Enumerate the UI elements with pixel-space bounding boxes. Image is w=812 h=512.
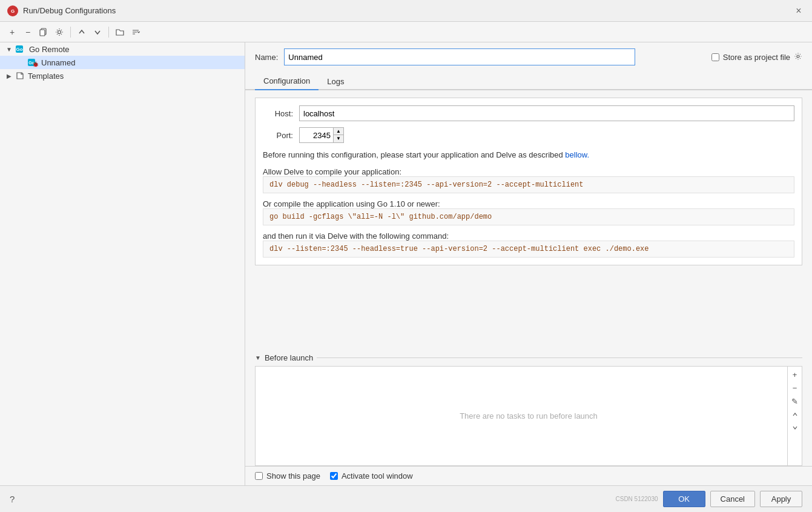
toolbar-divider-2 <box>108 27 109 38</box>
activate-window-checkbox[interactable] <box>330 472 338 480</box>
window-title: Run/Debug Configurations <box>23 6 116 15</box>
before-launch-collapse-button[interactable]: ▼ <box>255 354 261 361</box>
port-input[interactable] <box>300 128 333 142</box>
templates-arrow: ▶ <box>5 71 13 80</box>
name-input[interactable] <box>284 48 635 65</box>
code-block-1: dlv debug --headless --listen=:2345 --ap… <box>263 176 794 193</box>
before-launch-label: Before launch <box>265 353 313 362</box>
store-project-checkbox[interactable] <box>711 53 719 61</box>
port-up-button[interactable]: ▲ <box>334 128 343 135</box>
apply-button[interactable]: Apply <box>760 491 802 507</box>
remove-button[interactable]: − <box>21 25 35 39</box>
spinner-buttons: ▲ ▼ <box>333 128 343 142</box>
toolbar-divider-1 <box>70 27 71 38</box>
launch-down-button[interactable] <box>790 422 800 433</box>
close-button[interactable]: × <box>793 5 805 17</box>
go-remote-icon: Go <box>16 44 27 54</box>
host-port-section: Host: Port: ▲ ▼ Before ru <box>255 98 802 265</box>
svg-point-5 <box>797 55 799 58</box>
show-page-row: Show this page <box>255 471 320 480</box>
activate-window-label: Activate tool window <box>342 471 413 480</box>
sort-button[interactable] <box>128 25 143 39</box>
host-input[interactable] <box>299 105 794 121</box>
code-block-2: go build -gcflags \"all=-N -l\" github.c… <box>263 208 794 225</box>
code-block-3: dlv --listen=:2345 --headless=true --api… <box>263 241 794 258</box>
section3-heading: and then run it via Delve with the follo… <box>263 231 794 241</box>
bottom-bar: Show this page Activate tool window <box>245 466 812 485</box>
show-page-checkbox[interactable] <box>255 472 263 480</box>
section1-heading: Allow Delve to compile your application: <box>263 167 794 176</box>
copy-button[interactable] <box>36 25 51 39</box>
before-launch-section: ▼ Before launch There are no tasks to ru… <box>245 350 812 466</box>
launch-area: There are no tasks to run before launch … <box>255 366 802 466</box>
tab-configuration[interactable]: Configuration <box>255 73 319 90</box>
launch-add-button[interactable]: + <box>790 369 800 380</box>
name-row: Name: Store as project file <box>245 42 812 71</box>
port-down-button[interactable]: ▼ <box>334 135 343 142</box>
launch-remove-button[interactable]: − <box>790 382 800 393</box>
activate-window-row: Activate tool window <box>330 471 413 480</box>
tabs-row: Configuration Logs <box>245 71 812 90</box>
svg-point-4 <box>58 30 61 33</box>
folder-button[interactable] <box>113 25 127 39</box>
host-row: Host: <box>263 105 794 121</box>
show-page-label: Show this page <box>266 471 320 480</box>
launch-empty-text: There are no tasks to run before launch <box>460 411 598 421</box>
add-button[interactable]: + <box>5 25 19 39</box>
go-remote-label: Go Remote <box>29 45 69 54</box>
settings-button[interactable] <box>52 25 67 39</box>
app-logo: G <box>7 5 18 16</box>
ok-button[interactable]: OK <box>663 491 705 507</box>
launch-sidebar: + − ✎ <box>787 367 802 465</box>
watermark: CSDN 5122030 <box>615 496 658 502</box>
help-button[interactable]: ? <box>10 494 15 504</box>
host-label: Host: <box>263 109 293 118</box>
port-spinner: ▲ ▼ <box>299 127 344 143</box>
name-label: Name: <box>255 53 278 62</box>
section2-heading: Or compile the application using Go 1.10… <box>263 199 794 208</box>
section1: Allow Delve to compile your application:… <box>263 167 794 193</box>
unnamed-label: Unnamed <box>41 58 75 67</box>
unnamed-arrow <box>17 58 25 67</box>
left-panel: ▼ Go Go Remote Go 🐞 Unnamed ▶ Te <box>0 42 245 485</box>
templates-label: Templates <box>28 71 64 81</box>
launch-edit-button[interactable]: ✎ <box>790 396 800 407</box>
up-button[interactable] <box>74 25 89 39</box>
config-panel: Host: Port: ▲ ▼ Before ru <box>245 90 812 350</box>
main-content: ▼ Go Go Remote Go 🐞 Unnamed ▶ Te <box>0 42 812 485</box>
unnamed-icon: Go 🐞 <box>28 58 39 67</box>
bellow-link[interactable]: bellow. <box>565 150 589 159</box>
cancel-button[interactable]: Cancel <box>710 491 755 507</box>
down-button[interactable] <box>90 25 105 39</box>
right-panel: Name: Store as project file Configuratio… <box>245 42 812 485</box>
go-remote-arrow: ▼ <box>5 45 13 53</box>
svg-text:G: G <box>11 8 15 14</box>
templates-icon <box>16 71 25 81</box>
info-text: Before running this configuration, pleas… <box>263 149 794 161</box>
before-launch-header: ▼ Before launch <box>245 350 812 366</box>
toolbar: + − <box>0 22 812 42</box>
footer: ? CSDN 5122030 OK Cancel Apply <box>0 485 812 512</box>
port-label: Port: <box>263 131 293 140</box>
store-project-label: Store as project file <box>723 53 790 62</box>
tab-logs[interactable]: Logs <box>319 73 352 90</box>
tree-item-go-remote[interactable]: ▼ Go Go Remote <box>0 42 245 56</box>
tree-item-templates[interactable]: ▶ Templates <box>0 69 245 82</box>
store-gear-button[interactable] <box>794 52 802 62</box>
port-row: Port: ▲ ▼ <box>263 127 794 143</box>
title-bar-left: G Run/Debug Configurations <box>7 5 116 16</box>
svg-rect-3 <box>40 30 45 36</box>
section2: Or compile the application using Go 1.10… <box>263 199 794 225</box>
title-bar: G Run/Debug Configurations × <box>0 0 812 22</box>
tree-item-unnamed[interactable]: Go 🐞 Unnamed <box>0 56 245 69</box>
launch-up-button[interactable] <box>790 409 800 420</box>
store-project-row: Store as project file <box>711 52 802 62</box>
before-launch-divider <box>317 357 802 358</box>
section3: and then run it via Delve with the follo… <box>263 231 794 258</box>
